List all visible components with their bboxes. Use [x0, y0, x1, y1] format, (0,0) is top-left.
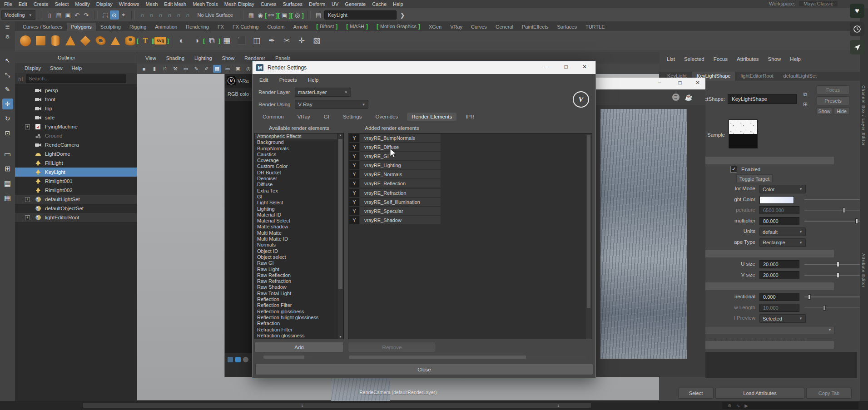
attr-slider-track[interactable] [804, 264, 868, 265]
viewport-menu-view[interactable]: View [141, 55, 161, 61]
poly-plane-icon[interactable] [79, 35, 91, 47]
anim-pref-icon[interactable]: ⚙ [728, 403, 732, 408]
fb-button-icon[interactable] [228, 357, 233, 362]
available-element-item[interactable]: Reflection glossiness [255, 309, 343, 315]
available-element-item[interactable]: Object select [255, 254, 343, 260]
gate-mask-icon[interactable]: ◎ [244, 65, 253, 73]
shelf-tab-bifrost[interactable]: [ Bifrost ] [312, 21, 342, 31]
camera-attributes-icon[interactable]: ⚐ [161, 65, 169, 73]
outliner-item-defaultlightset[interactable]: +defaultLightSet [15, 195, 137, 204]
ae-menu-list[interactable]: List [663, 56, 679, 62]
enabled-flag[interactable]: Y [349, 152, 359, 160]
outliner-item-front[interactable]: front [15, 95, 137, 104]
attr-dropdown[interactable]: Rectangle▼ [759, 238, 806, 247]
tab-ipr[interactable]: IPR [461, 113, 479, 121]
tab-vray[interactable]: VRay [293, 113, 315, 121]
render-current-frame-icon[interactable]: ◉ [256, 10, 265, 20]
scrollbar-thumb[interactable] [587, 135, 590, 308]
attr-value-field[interactable]: 20.000 [759, 260, 799, 268]
play-icon[interactable]: ▶ [744, 403, 748, 408]
tab-settings[interactable]: Settings [338, 113, 367, 121]
close-icon[interactable]: ✕ [694, 79, 702, 86]
chevron-right-icon[interactable]: ❯ [398, 10, 407, 20]
added-elements-list[interactable]: YvrayRE_BumpNormalsYvrayRE_DiffuseYvrayR… [348, 133, 592, 339]
focus-button[interactable]: Focus [817, 85, 849, 94]
menu-display[interactable]: Display [93, 1, 116, 7]
single-pane-layout[interactable]: ▭ [2, 148, 13, 159]
ae-menu-focus[interactable]: Focus [709, 56, 732, 62]
filter-icon[interactable]: ◱ [18, 75, 23, 82]
fb-info-icon[interactable] [243, 357, 248, 362]
shelf-tab-animation[interactable]: Animation [151, 23, 181, 31]
available-element-item[interactable]: GI [255, 194, 343, 200]
ae-tab-lighteditorroot[interactable]: lightEditorRoot [736, 72, 778, 81]
new-tab-icon[interactable]: ⊞ [802, 101, 809, 108]
close-button[interactable]: Close [255, 364, 593, 375]
light-sample-swatch[interactable] [729, 119, 758, 148]
curve-pen-icon[interactable]: ✒ [266, 35, 278, 47]
attr-value-field[interactable]: 80.000 [759, 217, 799, 225]
added-element-row[interactable]: YvrayRE_Self_Illumination [348, 198, 592, 207]
ae-menu-selected[interactable]: Selected [680, 56, 709, 62]
shelf-tab-xgen[interactable]: XGen [425, 23, 446, 31]
move-tool[interactable]: ✛ [2, 99, 13, 109]
outliner-item-keylight[interactable]: KeyLight [15, 168, 137, 177]
added-element-row[interactable]: YvrayRE_Reflection [348, 179, 592, 188]
lock-camera-icon[interactable]: ▮ [150, 65, 159, 73]
menu-help[interactable]: Help [390, 1, 407, 7]
grid-icon[interactable]: ▦ [213, 65, 221, 73]
menu-modify[interactable]: Modify [72, 1, 93, 7]
available-element-item[interactable]: Refraction Filter [255, 327, 343, 333]
outliner-menu-display[interactable]: Display [20, 65, 45, 71]
attr-dropdown[interactable]: default▼ [759, 227, 806, 236]
attr-value-field[interactable]: 0.000 [759, 293, 799, 301]
footer-select-button[interactable]: Select [678, 388, 714, 399]
render-using-dropdown[interactable]: V-Ray ▼ [295, 100, 368, 109]
added-element-row[interactable]: YvrayRE_Normals [348, 170, 592, 179]
boolean-union-icon[interactable]: ◐ [176, 35, 188, 47]
workspace-selector[interactable]: Workspace: Maya Classic [769, 1, 838, 6]
shape-name-field[interactable]: KeyLightShape [728, 94, 797, 104]
available-list-scrollbar[interactable]: ▲ ▼ [337, 133, 343, 339]
select-camera-icon[interactable]: ■ [140, 65, 148, 73]
scroll-up-icon[interactable]: ▲ [337, 133, 343, 137]
open-scene-icon[interactable]: ▤ [55, 10, 64, 20]
add-button[interactable]: Add [254, 342, 344, 352]
menu-edit[interactable]: Edit [15, 1, 30, 7]
attr-slider-handle[interactable] [837, 262, 839, 267]
combine-icon[interactable]: []⧉ [206, 35, 218, 47]
attr-value-field[interactable]: 20.000 [759, 271, 799, 279]
render-teapot-icon[interactable]: ☕ [685, 94, 693, 101]
outliner-item-rimlight001[interactable]: Rimlight001 [15, 177, 137, 186]
attr-slider-handle[interactable] [855, 218, 858, 224]
shelf-tab-fx-caching[interactable]: FX Caching [228, 23, 263, 31]
available-element-item[interactable]: Denoiser [255, 176, 343, 182]
available-element-item[interactable]: Matte shadow [255, 224, 343, 230]
tab-common[interactable]: Common [258, 113, 288, 121]
available-element-item[interactable]: Normals [255, 242, 343, 248]
ae-menu-attributes[interactable]: Attributes [733, 56, 763, 62]
available-element-item[interactable]: Custom Color [255, 163, 343, 169]
outliner-item-rendecamera[interactable]: RendeCamera [15, 140, 137, 149]
menu-cache[interactable]: Cache [369, 1, 390, 7]
display-layers-icon[interactable]: ◎ [293, 10, 302, 20]
snap-grid-icon[interactable]: ∩ [138, 10, 147, 20]
options-icon[interactable]: ☰ [672, 94, 680, 101]
added-element-row[interactable]: YvrayRE_Shadow [348, 216, 592, 225]
footer-load-attributes-button[interactable]: Load Attributes [715, 388, 804, 399]
outliner-item-top[interactable]: top [15, 104, 137, 113]
hypershade-layout[interactable]: ▦ [2, 192, 13, 203]
ae-tab-defaultlightset[interactable]: defaultLightSet [779, 72, 821, 81]
available-element-item[interactable]: Multi Matte ID [255, 236, 343, 242]
outliner-item-lighteditorroot[interactable]: +lightEditorRoot [15, 213, 137, 222]
attr-slider-track[interactable] [804, 221, 868, 222]
vray-framebuffer-tab[interactable]: V V-Ra [225, 74, 253, 88]
attr-slider-track[interactable] [804, 210, 868, 211]
target-weld-icon[interactable]: ✛ [296, 35, 308, 47]
minimize-icon[interactable]: – [655, 79, 664, 86]
poly-cylinder-icon[interactable] [50, 35, 61, 47]
quick-selection-input[interactable]: KeyLight [324, 10, 397, 20]
type-tool-icon[interactable]: []T [139, 35, 151, 47]
render-layer-dropdown[interactable]: masterLayer ▼ [295, 88, 351, 97]
viewport-menu-lighting[interactable]: Lighting [190, 55, 217, 61]
